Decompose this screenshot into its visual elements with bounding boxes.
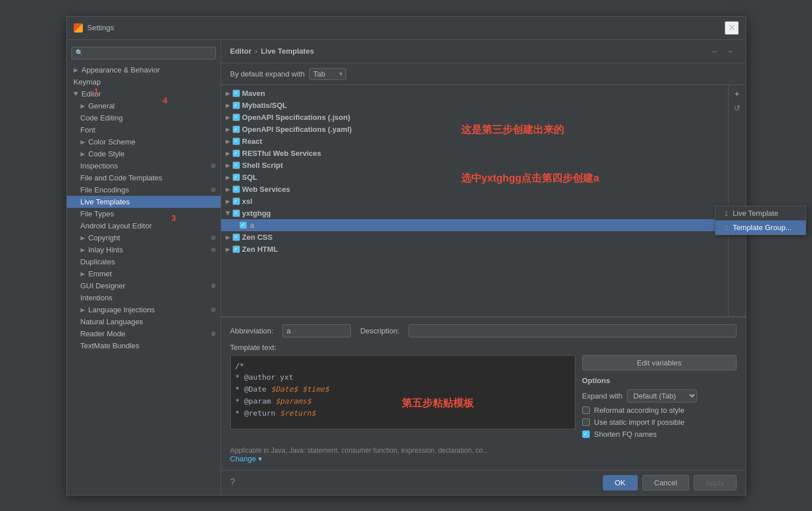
template-code-area[interactable]: /* * @author yxt * @Date $Date$ $time$ *… xyxy=(230,355,575,429)
expand-with-select[interactable]: Tab Enter Space xyxy=(309,68,346,80)
group-checkbox[interactable]: ✓ xyxy=(233,114,240,121)
sidebar: 🔍 ▶ Appearance & Behavior Keymap ▶ Edito… xyxy=(67,40,221,495)
add-button[interactable]: + xyxy=(731,87,743,100)
group-checkbox[interactable]: ✓ xyxy=(233,186,240,193)
expand-arrow: ▶ xyxy=(81,139,85,145)
sidebar-item-emmet[interactable]: ▶ Emmet xyxy=(67,268,221,280)
sidebar-item-color-scheme[interactable]: ▶ Color Scheme xyxy=(67,136,221,148)
undo-button[interactable]: ↺ xyxy=(731,101,743,115)
group-webservices[interactable]: ▶ ✓ Web Services xyxy=(221,183,728,195)
abbreviation-input[interactable] xyxy=(282,324,351,337)
sidebar-item-duplicates[interactable]: Duplicates xyxy=(67,256,221,268)
sidebar-item-general[interactable]: ▶ General xyxy=(67,100,221,112)
sidebar-item-inlay-hints[interactable]: ▶ Inlay Hints ⚙ xyxy=(67,244,221,256)
ok-button[interactable]: OK xyxy=(603,475,638,490)
group-zen-css[interactable]: ▶ ✓ Zen CSS xyxy=(221,231,728,243)
group-shell[interactable]: ▶ ✓ Shell Script xyxy=(221,159,728,171)
sidebar-item-font[interactable]: Font xyxy=(67,124,221,136)
sidebar-item-code-style[interactable]: ▶ Code Style xyxy=(67,148,221,160)
options-section: Options Expand with Default (Tab) Tab En… xyxy=(582,376,737,442)
apply-button[interactable]: Apply xyxy=(694,475,737,490)
static-import-label: Use static import if possible xyxy=(594,418,685,426)
sidebar-item-live-templates[interactable]: Live Templates 2 xyxy=(67,196,221,208)
nav-back-button[interactable]: ← xyxy=(709,46,722,57)
sidebar-item-inspections[interactable]: Inspections ⚙ xyxy=(67,160,221,172)
group-checkbox[interactable]: ✓ xyxy=(233,162,240,169)
group-sql[interactable]: ▶ ✓ SQL xyxy=(221,171,728,183)
group-openapi-yaml[interactable]: ▶ ✓ OpenAPI Specifications (.yaml) xyxy=(221,123,728,135)
expand-with-select-wrapper: Tab Enter Space ▼ xyxy=(309,68,346,80)
expand-with-option-select[interactable]: Default (Tab) Tab Enter Space xyxy=(627,389,697,403)
abbreviation-label: Abbreviation: xyxy=(230,327,274,335)
group-checkbox[interactable]: ✓ xyxy=(233,174,240,181)
list-toolbar: + ↺ xyxy=(728,85,746,316)
sidebar-item-reader-mode[interactable]: Reader Mode ⚙ xyxy=(67,328,221,340)
group-checkbox[interactable]: ✓ xyxy=(233,126,240,133)
group-checkbox[interactable]: ✓ xyxy=(233,90,240,97)
group-checkbox[interactable]: ✓ xyxy=(233,246,240,253)
help-button[interactable]: ? xyxy=(230,477,235,488)
group-checkbox[interactable]: ✓ xyxy=(233,198,240,205)
group-checkbox[interactable]: ✓ xyxy=(233,150,240,157)
dropdown-item-label: Template Group... xyxy=(733,223,791,232)
sidebar-item-textmate-bundles[interactable]: TextMate Bundles xyxy=(67,340,221,352)
static-import-checkbox[interactable] xyxy=(582,419,590,426)
breadcrumb-parent: Editor xyxy=(230,47,252,55)
group-yxtghgg[interactable]: ▶ ✓ yxtghgg xyxy=(221,207,728,219)
edit-variables-button[interactable]: Edit variables xyxy=(582,355,737,371)
item-checkbox[interactable]: ✓ xyxy=(239,222,247,229)
sidebar-item-appearance[interactable]: ▶ Appearance & Behavior xyxy=(67,64,221,76)
group-checkbox[interactable]: ✓ xyxy=(233,138,240,145)
group-xsl[interactable]: ▶ ✓ xsl xyxy=(221,195,728,207)
expand-arrow: ▶ xyxy=(81,247,85,253)
template-item-a[interactable]: ✓ a xyxy=(221,219,728,231)
search-input[interactable] xyxy=(86,49,212,57)
search-box[interactable]: 🔍 xyxy=(71,47,216,59)
group-checkbox[interactable]: ✓ xyxy=(233,102,240,109)
sidebar-label: File and Code Templates xyxy=(81,174,163,182)
dropdown-item-template-group[interactable]: 2 Template Group... xyxy=(715,220,806,235)
sidebar-item-file-encodings[interactable]: File Encodings ⚙ xyxy=(67,184,221,196)
sidebar-item-keymap[interactable]: Keymap xyxy=(67,76,221,88)
sidebar-item-file-code-templates[interactable]: File and Code Templates xyxy=(67,172,221,184)
group-maven[interactable]: ▶ ✓ Maven xyxy=(221,87,728,99)
sidebar-item-gui-designer[interactable]: GUI Designer ⚙ xyxy=(67,280,221,292)
sidebar-label: Reader Mode xyxy=(81,329,126,338)
sidebar-item-language-injections[interactable]: ▶ Language Injections ⚙ xyxy=(67,304,221,316)
app-icon xyxy=(74,23,83,33)
static-import-option-row: Use static import if possible xyxy=(582,418,737,426)
nav-forward-button[interactable]: → xyxy=(724,46,737,57)
title-bar-left: Settings xyxy=(74,23,114,33)
group-zen-html[interactable]: ▶ ✓ Zen HTML xyxy=(221,243,728,255)
cancel-button[interactable]: Cancel xyxy=(642,475,689,490)
dropdown-item-num: 1 xyxy=(725,210,728,217)
group-react[interactable]: ▶ ✓ React xyxy=(221,135,728,147)
template-list-area: ▶ ✓ Maven ▶ ✓ Mybatis/SQL ▶ ✓ OpenAPI Sp… xyxy=(221,85,746,317)
shorten-fq-checkbox[interactable]: ✓ xyxy=(582,430,590,438)
expand-with-option-label: Expand with xyxy=(582,392,623,400)
group-checkbox[interactable]: ✓ xyxy=(233,234,240,241)
description-input[interactable] xyxy=(409,324,736,337)
sidebar-item-editor[interactable]: ▶ Editor 1 xyxy=(67,88,221,100)
sidebar-item-natural-languages[interactable]: Natural Languages xyxy=(67,316,221,328)
dropdown-item-live-template[interactable]: 1 Live Template xyxy=(715,206,806,220)
sidebar-label: Inspections xyxy=(81,162,118,170)
group-label: React xyxy=(242,137,262,146)
reformat-checkbox[interactable] xyxy=(582,407,590,414)
sidebar-item-code-editing[interactable]: Code Editing xyxy=(67,112,221,124)
group-arrow-icon: ▶ xyxy=(226,102,230,108)
close-button[interactable]: ✕ xyxy=(725,21,739,35)
group-openapi-json[interactable]: ▶ ✓ OpenAPI Specifications (.json) xyxy=(221,111,728,123)
group-arrow-icon: ▶ xyxy=(226,162,230,168)
sidebar-item-file-types[interactable]: File Types xyxy=(67,208,221,220)
group-checkbox[interactable]: ✓ xyxy=(233,210,240,217)
sidebar-item-intentions[interactable]: Intentions xyxy=(67,292,221,304)
abbreviation-row: Abbreviation: Description: xyxy=(230,324,737,337)
group-restful[interactable]: ▶ ✓ RESTful Web Services xyxy=(221,147,728,159)
group-mybatis[interactable]: ▶ ✓ Mybatis/SQL xyxy=(221,99,728,111)
sidebar-item-copyright[interactable]: ▶ Copyright ⚙ xyxy=(67,232,221,244)
change-link[interactable]: Change ▾ xyxy=(230,454,262,463)
sidebar-item-android-layout[interactable]: Android Layout Editor xyxy=(67,220,221,232)
dialog-body: 🔍 ▶ Appearance & Behavior Keymap ▶ Edito… xyxy=(67,40,746,495)
expand-arrow: ▶ xyxy=(81,271,85,277)
